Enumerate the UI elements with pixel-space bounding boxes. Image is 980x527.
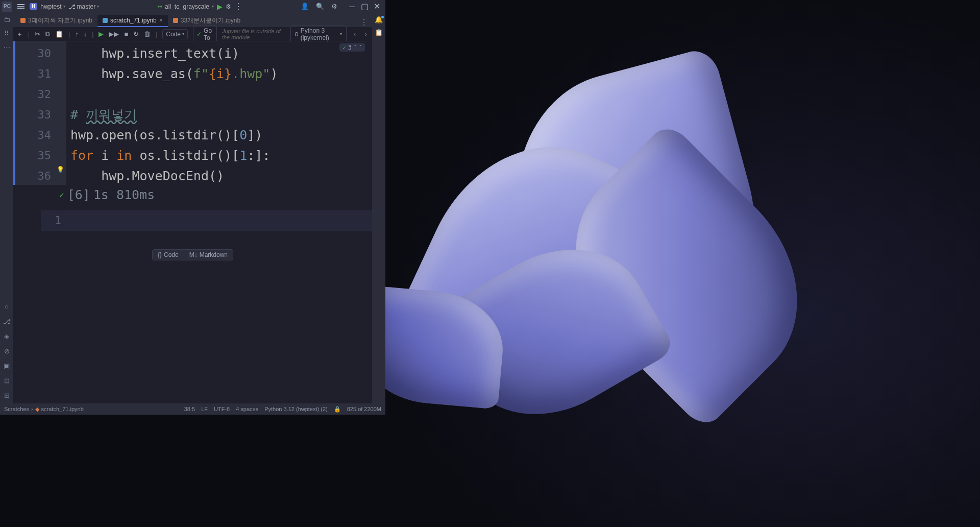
window-maximize-button[interactable]: ▢ xyxy=(361,3,368,10)
code-with-me-icon[interactable]: 👤 xyxy=(301,3,309,10)
interrupt-button[interactable]: ■ xyxy=(124,30,128,38)
window-close-button[interactable]: ✕ xyxy=(373,3,380,10)
settings-icon[interactable]: ⚙ xyxy=(331,3,337,10)
check-icon: ✓ xyxy=(342,44,346,51)
code-line-34: hwp.open(os.listdir()[0]) xyxy=(66,125,372,146)
move-down-button[interactable]: ↓ xyxy=(84,30,87,38)
ide-logo: PC xyxy=(2,2,12,12)
project-badge[interactable]: H xyxy=(30,3,37,10)
empty-code-cell[interactable]: 1 xyxy=(41,210,372,231)
jupyter-icon xyxy=(20,18,26,23)
main-menu-button[interactable] xyxy=(15,2,27,11)
kernel-status-icon xyxy=(295,32,298,36)
run-button[interactable]: ▶ xyxy=(217,3,223,11)
search-everywhere-icon[interactable]: 🔍 xyxy=(316,3,324,10)
notifications-icon[interactable]: 🔔 xyxy=(375,16,383,23)
cursor-position[interactable]: 38:5 xyxy=(184,406,195,412)
indent-settings[interactable]: 4 spaces xyxy=(236,406,258,412)
terminal-tool-icon[interactable]: ▣ xyxy=(4,362,10,370)
editor-tab-1[interactable]: scratch_71.ipynb× xyxy=(97,15,168,27)
more-run-button[interactable]: ⋮ xyxy=(234,2,242,11)
close-tab-icon[interactable]: × xyxy=(159,17,163,24)
toolbar-info-text: Jupyter file is outside of the module xyxy=(222,28,285,40)
services-tool-icon[interactable]: ◈ xyxy=(4,332,9,340)
cell-output: ✓ [6] 1s 810ms xyxy=(13,185,372,205)
kernel-selector[interactable]: Python 3 (ipykernel)▾ xyxy=(290,26,347,43)
code-line-31: hwp.save_as(f"{i}.hwp") xyxy=(66,64,372,84)
code-editor[interactable]: 303132333435363738 💡▾ ✓3ˆˇ hwp.insert_te… xyxy=(13,41,372,185)
add-cell-button[interactable]: ＋ xyxy=(16,30,23,39)
code-line-33: # 끼워넣기 xyxy=(66,105,372,125)
clipboard-tool-icon[interactable]: 📋 xyxy=(375,29,383,36)
title-bar: PC H hwptest▾ ⎇master▾ ●● all_to_graysca… xyxy=(0,0,385,13)
interpreter-status[interactable]: Python 3.12 (hwptest) (2) xyxy=(264,406,328,412)
python-icon: ●● xyxy=(157,4,162,9)
commit-tool-icon[interactable]: ○ xyxy=(5,303,9,310)
jupyter-icon xyxy=(103,18,108,23)
status-bar: Scratches› ◆scratch_71.ipynb 38:5 LF UTF… xyxy=(0,403,385,415)
copy-button[interactable]: ⧉ xyxy=(45,30,50,38)
line-number-gutter: 303132333435363738 xyxy=(31,41,55,185)
python-console-tool-icon[interactable]: ⊡ xyxy=(4,377,10,385)
notebook-toolbar: ＋ | ✂ ⧉ 📋 | ↑ ↓ | ▶ ▶▶ ■ ↻ 🗑 | Code▾ ✓Go… xyxy=(13,27,372,41)
project-tool-icon[interactable]: 🗀 xyxy=(4,16,10,23)
cut-button[interactable]: ✂ xyxy=(35,30,40,38)
code-line-30: hwp.insert_text(i) xyxy=(66,43,372,64)
jupyter-icon xyxy=(173,18,178,23)
git-tool-icon[interactable]: ⎇ xyxy=(3,318,11,325)
add-code-cell-button[interactable]: {}Code xyxy=(152,249,184,260)
goto-button[interactable]: ✓Go To xyxy=(193,26,217,43)
desktop-wallpaper xyxy=(385,0,980,527)
run-cell-button[interactable]: ▶ xyxy=(99,30,104,38)
code-line-32 xyxy=(66,84,372,105)
nav-next-button[interactable]: › xyxy=(363,31,369,38)
branch-icon: ⎇ xyxy=(68,3,76,10)
line-number: 1 xyxy=(41,214,65,227)
structure-tool-icon[interactable]: ⠿ xyxy=(4,30,9,37)
check-icon: ✓ xyxy=(59,190,64,200)
run-all-button[interactable]: ▶▶ xyxy=(109,30,119,38)
run-config-dropdown[interactable]: ●● all_to_grayscale▾ xyxy=(157,3,213,10)
breadcrumb[interactable]: Scratches› ◆scratch_71.ipynb xyxy=(4,406,84,413)
code-line-35: for i in os.listdir()[1:]: xyxy=(66,146,372,166)
cell-type-dropdown[interactable]: Code▾ xyxy=(162,29,188,39)
more-tools-icon[interactable]: ⋯ xyxy=(4,43,10,51)
restart-button[interactable]: ↻ xyxy=(133,30,139,38)
left-bottom-tool-stripe: ○ ⎇ ◈ ⊘ ▣ ⊡ ⊞ xyxy=(0,303,13,403)
tab-overflow-button[interactable]: ⋮ xyxy=(356,17,372,27)
clear-output-button[interactable]: 🗑 xyxy=(144,30,151,38)
code-line-36: hwp.MoveDocEnd() xyxy=(66,166,372,185)
paste-button[interactable]: 📋 xyxy=(55,30,63,38)
readonly-lock-icon[interactable]: 🔒 xyxy=(334,406,341,413)
git-branch-dropdown[interactable]: ⎇master▾ xyxy=(68,3,100,10)
debug-button[interactable]: ⚙ xyxy=(226,3,231,10)
python-packages-tool-icon[interactable]: ⊞ xyxy=(4,392,10,399)
editor-tabs: 3페이지씩 자르기.ipynb scratch_71.ipynb× 33개문서붙… xyxy=(13,13,372,27)
editor-tab-0[interactable]: 3페이지씩 자르기.ipynb xyxy=(15,15,97,27)
nav-prev-button[interactable]: ‹ xyxy=(352,31,358,38)
window-minimize-button[interactable]: ─ xyxy=(349,3,356,10)
problems-tool-icon[interactable]: ⊘ xyxy=(4,347,10,355)
line-separator[interactable]: LF xyxy=(201,406,208,412)
move-up-button[interactable]: ↑ xyxy=(75,30,79,38)
intention-bulb-icon[interactable]: 💡 xyxy=(57,166,64,173)
add-markdown-cell-button[interactable]: M↓Markdown xyxy=(184,249,233,260)
file-encoding[interactable]: UTF-8 xyxy=(214,406,230,412)
project-name-dropdown[interactable]: hwptest▾ xyxy=(40,3,65,10)
memory-indicator[interactable]: 825 of 2200M xyxy=(347,406,381,412)
problems-widget[interactable]: ✓3ˆˇ xyxy=(339,43,365,52)
right-tool-stripe: 🔔 📋 xyxy=(372,13,385,403)
